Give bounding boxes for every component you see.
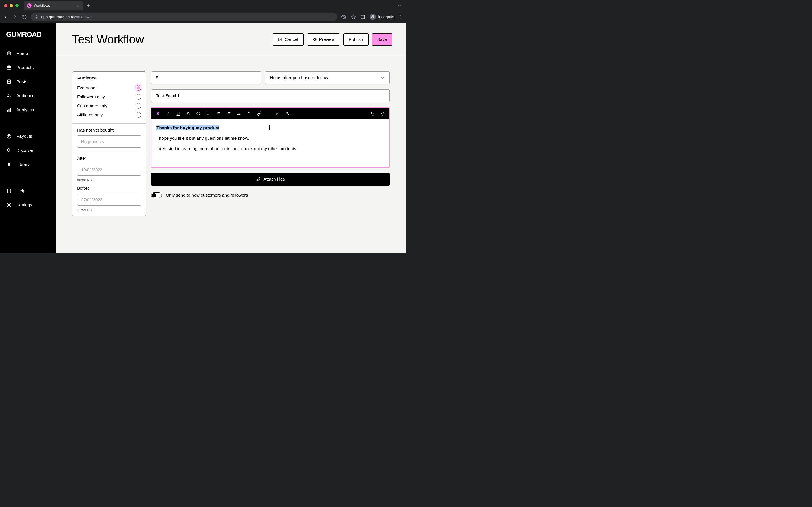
- ordered-list-button[interactable]: 123: [226, 111, 232, 116]
- sidebar-item-audience[interactable]: Audience: [0, 89, 56, 103]
- sidebar-item-label: Home: [16, 51, 28, 56]
- audience-option-followers[interactable]: Followers only: [77, 93, 141, 101]
- trigger-select[interactable]: Hours after purchase or follow: [265, 71, 390, 84]
- search-icon: [6, 148, 12, 153]
- svg-text:3: 3: [227, 114, 227, 115]
- panel-icon[interactable]: [360, 15, 365, 19]
- sidebar-item-analytics[interactable]: Analytics: [0, 103, 56, 117]
- x-square-icon: [278, 38, 282, 42]
- sidebar-item-settings[interactable]: Settings: [0, 198, 56, 212]
- editor-line: I hope you like it but any questions let…: [156, 135, 384, 142]
- svg-rect-22: [7, 189, 9, 193]
- after-label: After: [77, 156, 141, 161]
- only-new-toggle[interactable]: [151, 192, 162, 198]
- audience-option-everyone[interactable]: Everyone: [77, 83, 141, 93]
- sidebar-item-payouts[interactable]: Payouts: [0, 129, 56, 144]
- radio-icon: [136, 85, 141, 91]
- delay-value-input[interactable]: 5: [151, 71, 261, 84]
- help-icon: [6, 188, 12, 193]
- radio-icon: [136, 103, 141, 109]
- tag-icon: [6, 65, 12, 70]
- before-date-input[interactable]: [77, 193, 141, 206]
- reload-button[interactable]: [22, 15, 27, 19]
- kebab-menu-icon[interactable]: [399, 15, 403, 19]
- sidebar-item-label: Posts: [16, 79, 28, 84]
- audience-option-affiliates[interactable]: Affiliates only: [77, 110, 141, 119]
- url-host: app.gumroad.com: [41, 15, 73, 19]
- svg-point-13: [8, 94, 9, 96]
- svg-point-29: [217, 113, 217, 114]
- tab-title: Workflows: [34, 4, 50, 8]
- redo-button[interactable]: [380, 111, 386, 116]
- tabs-overflow-icon[interactable]: [398, 4, 402, 8]
- sidebar-item-help[interactable]: Help: [0, 184, 56, 198]
- svg-point-27: [217, 112, 217, 113]
- italic-button[interactable]: I: [165, 111, 170, 116]
- gear-icon: [6, 203, 12, 208]
- text-cursor-icon: [269, 125, 269, 130]
- editor-selected-text: Thanks for buying my product: [156, 125, 219, 130]
- quote-button[interactable]: “: [247, 112, 252, 115]
- svg-rect-9: [7, 66, 11, 69]
- before-time: 11:59 PST: [77, 208, 141, 212]
- url-bar[interactable]: app.gumroad.com/workflows: [31, 13, 337, 21]
- back-button[interactable]: [3, 14, 8, 19]
- sidebar-item-discover[interactable]: Discover: [0, 144, 56, 158]
- bullet-list-button[interactable]: [216, 111, 221, 116]
- eye-off-icon[interactable]: [341, 14, 346, 19]
- url-path: /workflows: [73, 15, 91, 19]
- after-date-input[interactable]: [77, 164, 141, 176]
- dollar-icon: [6, 134, 12, 139]
- new-tab-button[interactable]: +: [85, 3, 92, 9]
- attach-files-button[interactable]: Attach files: [151, 173, 390, 186]
- sidebar-item-products[interactable]: Products: [0, 61, 56, 75]
- sidebar-item-posts[interactable]: Posts: [0, 75, 56, 89]
- sidebar-item-library[interactable]: Library: [0, 158, 56, 172]
- close-tab-icon[interactable]: ✕: [77, 4, 80, 8]
- sidebar-item-home[interactable]: Home: [0, 47, 56, 61]
- text-size-button[interactable]: TT: [206, 111, 211, 116]
- only-new-label: Only send to new customers and followers: [166, 193, 248, 198]
- favicon-icon: G: [27, 3, 32, 8]
- sidebar-item-label: Help: [16, 188, 26, 193]
- svg-point-23: [8, 205, 10, 206]
- window-traffic-lights[interactable]: [4, 4, 18, 7]
- underline-button[interactable]: U: [175, 111, 181, 116]
- code-button[interactable]: [196, 111, 201, 116]
- strike-button[interactable]: S: [186, 111, 191, 116]
- save-button[interactable]: Save: [372, 33, 393, 46]
- bold-button[interactable]: B: [155, 111, 160, 116]
- forward-button[interactable]: [12, 14, 17, 19]
- gumroad-logo: GUMROAD: [0, 31, 56, 47]
- not-bought-label: Has not yet bought: [77, 128, 141, 133]
- cancel-button[interactable]: Cancel: [273, 33, 303, 46]
- people-icon: [6, 93, 12, 98]
- editor-line: Interested in learning more about nutrit…: [156, 145, 384, 152]
- svg-rect-8: [7, 52, 11, 55]
- svg-rect-16: [9, 109, 10, 112]
- preview-button[interactable]: Preview: [307, 33, 340, 46]
- image-button[interactable]: [274, 111, 280, 116]
- sparkle-button[interactable]: [285, 111, 290, 116]
- not-bought-input[interactable]: [77, 135, 141, 148]
- eye-icon: [312, 37, 317, 42]
- svg-rect-3: [361, 15, 364, 18]
- audience-title: Audience: [77, 75, 141, 80]
- sidebar-item-label: Library: [16, 162, 30, 167]
- align-button[interactable]: [237, 111, 242, 116]
- undo-button[interactable]: [370, 111, 375, 116]
- before-label: Before: [77, 186, 141, 191]
- audience-card: Audience Everyone Followers only Custome…: [72, 71, 146, 216]
- publish-button[interactable]: Publish: [343, 33, 368, 46]
- subject-input[interactable]: Test Email 1: [151, 89, 390, 102]
- svg-point-6: [401, 17, 402, 17]
- star-icon[interactable]: [351, 14, 356, 19]
- audience-option-customers[interactable]: Customers only: [77, 101, 141, 110]
- sidebar-item-label: Products: [16, 65, 34, 70]
- editor-textarea[interactable]: Thanks for buying my product I hope you …: [151, 119, 389, 167]
- browser-tab[interactable]: G Workflows ✕: [24, 1, 83, 10]
- radio-icon: [136, 94, 141, 100]
- svg-rect-15: [7, 110, 8, 112]
- link-button[interactable]: [257, 111, 262, 116]
- svg-point-7: [401, 18, 402, 18]
